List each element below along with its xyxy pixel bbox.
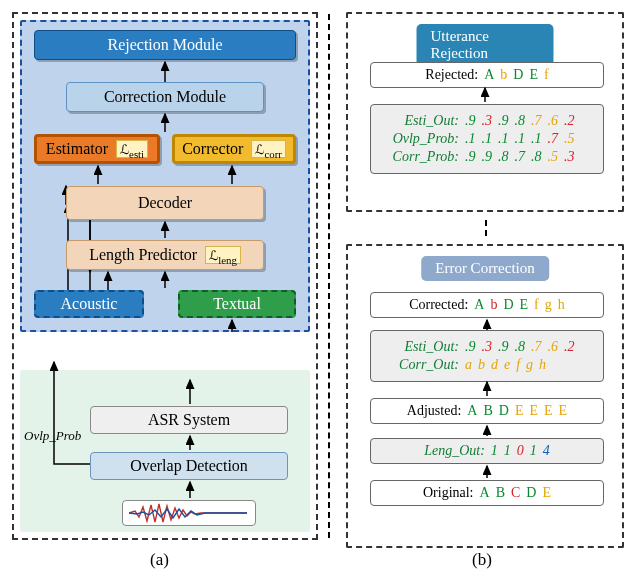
panel-divider <box>328 14 330 538</box>
panel-b: Utterance Rejection Rejected:AbDEf Esti_… <box>346 12 626 540</box>
panel-a: Rejection Module Correction Module Estim… <box>12 12 318 540</box>
acoustic-input: Acoustic <box>34 290 144 318</box>
error-correction-card: Error Correction Corrected:AbDEfgh Esti_… <box>346 244 624 548</box>
arrows-ec <box>348 246 626 550</box>
overlap-detection: Overlap Detection <box>90 452 288 480</box>
rejection-module: Rejection Module <box>34 30 296 60</box>
asr-system: ASR System <box>90 406 288 434</box>
waveform-icon <box>122 500 256 526</box>
estimator-block: Estimator ℒesti <box>34 134 160 164</box>
decoder-block: Decoder <box>66 186 264 220</box>
length-predictor-block: Length Predictor ℒleng <box>66 240 264 270</box>
arrows-ur <box>346 12 624 212</box>
corrector-block: Corrector ℒcorr <box>172 134 296 164</box>
ovlp-prob-label: Ovlp_Prob <box>24 428 81 444</box>
panel-b-divider <box>485 220 487 236</box>
textual-input: Textual <box>178 290 296 318</box>
correction-module: Correction Module <box>66 82 264 112</box>
caption-b: (b) <box>472 550 492 570</box>
caption-a: (a) <box>150 550 169 570</box>
